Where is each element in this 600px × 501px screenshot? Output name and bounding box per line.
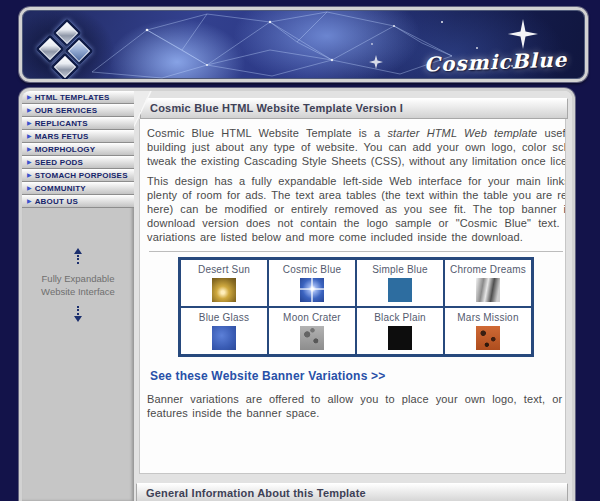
nav-item-label: COMMUNITY (35, 184, 86, 193)
black-plain-swatch-image (388, 326, 412, 350)
expand-note-line1: Fully Expandable (22, 272, 134, 285)
nav-bullet-icon: ▶ (27, 198, 32, 204)
desert-sun-swatch-image (212, 278, 236, 302)
nav-item-label: MORPHOLOGY (35, 145, 96, 154)
nav-item-label: HTML TEMPLATES (35, 93, 110, 102)
variation-label: Blue Glass (181, 312, 267, 323)
nav-item-label: STOMACH PORPOISES (35, 171, 128, 180)
sidebar-item-seed-pods[interactable]: ▶SEED PODS (22, 156, 134, 169)
variation-label: Black Plain (357, 312, 443, 323)
nav-bullet-icon: ▶ (27, 107, 32, 113)
nav-item-label: REPLICANTS (35, 119, 88, 128)
sidebar-item-our-services[interactable]: ▶OUR SERVICES (22, 104, 134, 117)
content-area: Cosmic Blue HTML Website Template Versio… (134, 91, 572, 501)
nav-bullet-icon: ▶ (27, 146, 32, 152)
variation-cell-chrome-dreams: Chrome Dreams (444, 259, 532, 307)
chrome-dreams-swatch-image (476, 278, 500, 302)
variation-label: Simple Blue (357, 264, 443, 275)
sidebar-item-replicants[interactable]: ▶REPLICANTS (22, 117, 134, 130)
moon-crater-swatch-image (300, 326, 324, 350)
banner-variations-table: Desert SunCosmic BlueSimple BlueChrome D… (178, 257, 534, 357)
variation-cell-moon-crater: Moon Crater (268, 307, 356, 355)
content-panel: Cosmic Blue HTML Website Template is a s… (139, 119, 566, 474)
design-paragraph: This design has a fully expandable left-… (147, 175, 566, 244)
sidebar-item-morphology[interactable]: ▶MORPHOLOGY (22, 143, 134, 156)
cosmic-blue-swatch-image (300, 278, 324, 302)
sidebar-item-html-templates[interactable]: ▶HTML TEMPLATES (22, 91, 134, 104)
intro-paragraph: Cosmic Blue HTML Website Template is a s… (147, 127, 566, 168)
nav-item-label: OUR SERVICES (35, 106, 98, 115)
section-heading-bar: Cosmic Blue HTML Website Template Versio… (140, 98, 568, 119)
variation-cell-blue-glass: Blue Glass (180, 307, 268, 355)
sidebar-item-community[interactable]: ▶COMMUNITY (22, 182, 134, 195)
variation-label: Moon Crater (269, 312, 355, 323)
variation-cell-cosmic-blue: Cosmic Blue (268, 259, 356, 307)
nav-bullet-icon: ▶ (27, 120, 32, 126)
site-banner: CosmicBlue (19, 7, 588, 82)
nav-bullet-icon: ▶ (27, 94, 32, 100)
down-arrow-dotted-icon (22, 305, 134, 322)
page: CosmicBlue ▶HTML TEMPLATES▶OUR SERVICES▶… (0, 0, 600, 501)
general-info-heading-bar: General Information About this Template (136, 483, 568, 501)
variation-label: Mars Mission (445, 312, 531, 323)
variation-cell-mars-mission: Mars Mission (444, 307, 532, 355)
sidebar-item-about-us[interactable]: ▶ABOUT US (22, 195, 134, 208)
nav-bullet-icon: ▶ (27, 185, 32, 191)
nav-item-label: MARS FETUS (35, 132, 89, 141)
variation-label: Chrome Dreams (445, 264, 531, 275)
sidebar-item-mars-fetus[interactable]: ▶MARS FETUS (22, 130, 134, 143)
nav-bullet-icon: ▶ (27, 159, 32, 165)
brand-script-text: CosmicBlue (423, 48, 567, 77)
nav-menu: ▶HTML TEMPLATES▶OUR SERVICES▶REPLICANTS▶… (22, 91, 134, 208)
expandable-note: Fully Expandable Website Interface (22, 248, 134, 322)
sidebar-item-stomach-porpoises[interactable]: ▶STOMACH PORPOISES (22, 169, 134, 182)
mars-mission-swatch-image (476, 326, 500, 350)
main-frame: ▶HTML TEMPLATES▶OUR SERVICES▶REPLICANTS▶… (19, 88, 575, 501)
simple-blue-swatch-image (388, 278, 412, 302)
nav-bullet-icon: ▶ (27, 133, 32, 139)
nav-item-label: ABOUT US (35, 197, 78, 206)
variation-cell-desert-sun: Desert Sun (180, 259, 268, 307)
banner-variations-link[interactable]: See these Website Banner Variations >> (150, 369, 565, 383)
divider-line (149, 251, 563, 252)
variation-label: Cosmic Blue (269, 264, 355, 275)
variations-paragraph: Banner variations are offered to allow y… (147, 393, 566, 421)
up-arrow-dotted-icon (22, 248, 134, 265)
blue-glass-swatch-image (212, 326, 236, 350)
variation-label: Desert Sun (181, 264, 267, 275)
expand-note-line2: Website Interface (22, 285, 134, 298)
nav-bullet-icon: ▶ (27, 172, 32, 178)
variation-cell-black-plain: Black Plain (356, 307, 444, 355)
sidebar: ▶HTML TEMPLATES▶OUR SERVICES▶REPLICANTS▶… (22, 91, 134, 501)
nav-item-label: SEED PODS (35, 158, 83, 167)
variation-cell-simple-blue: Simple Blue (356, 259, 444, 307)
